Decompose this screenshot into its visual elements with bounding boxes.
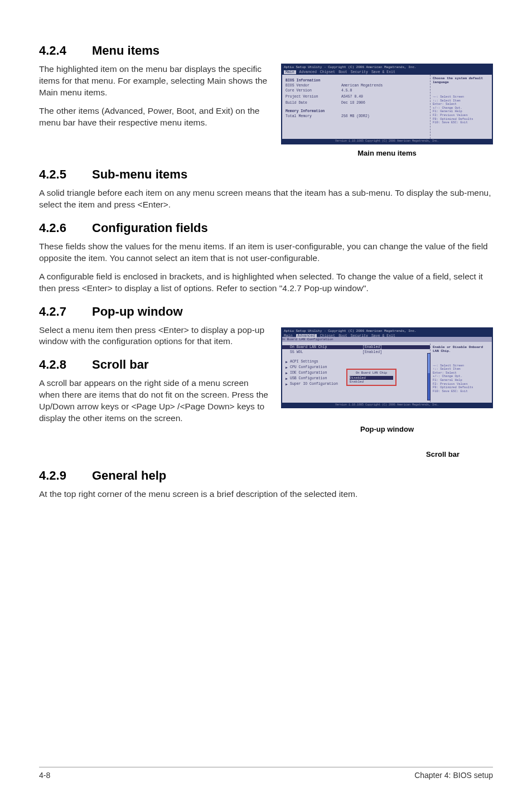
bios-screenshot-popup: Aptio Setup Utility - Copyright (C) 2006… xyxy=(281,327,493,408)
bios-item: On Board LAN Chip xyxy=(290,345,362,349)
bios-help-text: Enable or Disable Onboard LAN Chip. xyxy=(433,345,490,353)
section-title: Menu items xyxy=(92,44,159,57)
bios-screenshot-main: Aptio Setup Utility - Copyright (C) 2006… xyxy=(281,64,493,144)
paragraph: A scroll bar appears on the right side o… xyxy=(39,378,270,424)
popup-option: Disabled xyxy=(350,376,393,380)
bios-section: Memory Information xyxy=(286,109,427,113)
bios-help-text: Choose the system default language xyxy=(433,76,490,84)
bios-value: 256 MB (DDR2) xyxy=(341,114,427,118)
bios-section: BIOS Information xyxy=(286,79,427,83)
bios-item: IDE Configuration xyxy=(290,371,327,375)
section-title: General help xyxy=(92,468,166,482)
bios-titlebar: Aptio Setup Utility - Copyright (C) 2006… xyxy=(282,65,492,70)
heading-config-fields: 4.2.6Configuration fields xyxy=(39,221,493,235)
bios-item: S5 WOL xyxy=(290,350,362,354)
bios-item: ACPI Settings xyxy=(290,360,318,364)
callout-popup: Pop-up window xyxy=(281,425,493,433)
bios-item-value: [Enabled] xyxy=(362,350,427,354)
bios-value: American Megatrends xyxy=(341,84,427,88)
bios-item: CPU Configuration xyxy=(290,365,327,370)
bios-item: USB Configuration xyxy=(290,376,327,381)
bios-menubar: Main Advanced Chipset Boot Security Save… xyxy=(282,70,492,75)
bios-label: BIOS Vendor xyxy=(286,84,341,88)
bios-value: Dec 18 2006 xyxy=(341,101,427,105)
bios-tab: Save & Exit xyxy=(371,70,395,74)
section-number: 4.2.7 xyxy=(39,305,92,319)
heading-scrollbar: 4.2.8Scroll bar xyxy=(39,357,270,372)
paragraph: The other items (Advanced, Power, Boot, … xyxy=(39,105,270,129)
paragraph: A solid triangle before each item on any… xyxy=(39,187,493,211)
section-title: Sub-menu items xyxy=(92,167,187,181)
scrollbar xyxy=(427,353,431,400)
triangle-icon: ▶ xyxy=(286,371,290,375)
chapter-label: Chapter 4: BIOS setup xyxy=(414,771,493,780)
section-title: Configuration fields xyxy=(92,221,208,235)
section-number: 4.2.5 xyxy=(39,167,92,182)
bios-tab: Advanced xyxy=(299,70,317,74)
bios-item-value: [Enabled] xyxy=(362,345,427,349)
bios-label: Build Date xyxy=(286,101,341,105)
page-number: 4-8 xyxy=(39,771,50,780)
section-number: 4.2.4 xyxy=(39,44,92,58)
heading-popup: 4.2.7Pop-up window xyxy=(39,305,493,319)
bios-value: AS457 0.49 xyxy=(341,95,427,99)
popup-window: On Board LAN Chip Disabled Enabled xyxy=(346,369,396,386)
triangle-icon: ▶ xyxy=(286,365,290,370)
bios-tab: Save & Exit xyxy=(371,334,395,338)
triangle-icon: ▶ xyxy=(286,382,290,386)
figure-caption: Main menu items xyxy=(281,149,493,157)
triangle-icon: ▶ xyxy=(286,376,290,381)
heading-menu-items: 4.2.4Menu items xyxy=(39,44,493,58)
section-number: 4.2.9 xyxy=(39,468,92,483)
paragraph: A configurable field is enclosed in brac… xyxy=(39,271,493,294)
bios-label: Core Version xyxy=(286,89,341,93)
popup-option: Enabled xyxy=(350,380,393,384)
bios-label: Project Version xyxy=(286,95,341,99)
paragraph: Select a menu item then press <Enter> to… xyxy=(39,325,270,348)
bios-tab: Security xyxy=(351,334,368,338)
bios-footer: Version 1.10.1085 Copyright (C) 2006 Ame… xyxy=(282,139,492,143)
section-number: 4.2.8 xyxy=(39,357,92,372)
bios-footer: Version 1.10.1085 Copyright (C) 2006 Ame… xyxy=(282,403,492,407)
bios-tab: Boot xyxy=(338,70,347,74)
bios-tab-main: Main xyxy=(284,70,296,74)
paragraph: The highlighted item on the menu bar dis… xyxy=(39,64,270,99)
callout-scrollbar: Scroll bar xyxy=(281,450,493,458)
paragraph: These fields show the values for the men… xyxy=(39,241,493,264)
heading-submenu: 4.2.5Sub-menu items xyxy=(39,167,493,182)
triangle-icon: ▶ xyxy=(286,360,290,364)
paragraph: At the top right corner of the menu scre… xyxy=(39,489,493,500)
popup-title: On Board LAN Chip xyxy=(350,371,393,375)
section-title: Pop-up window xyxy=(92,305,183,318)
bios-tab: Boot xyxy=(338,334,347,338)
bios-value: 4.5.0 xyxy=(341,89,427,93)
heading-general-help: 4.2.9General help xyxy=(39,468,493,483)
scrollbar-thumb xyxy=(428,354,430,373)
section-number: 4.2.6 xyxy=(39,221,92,235)
section-title: Scroll bar xyxy=(92,357,148,371)
page-footer: 4-8 Chapter 4: BIOS setup xyxy=(39,767,493,780)
bios-titlebar: Aptio Setup Utility - Copyright (C) 2006… xyxy=(282,328,492,334)
bios-tab: Chipset xyxy=(320,70,335,74)
bios-label: Total Memory xyxy=(286,114,341,118)
bios-tab: Security xyxy=(351,70,368,74)
bios-help-keys: →←: Select Screen ↑↓: Select Item Enter:… xyxy=(433,364,490,394)
bios-item: Super IO Configuration xyxy=(290,382,338,386)
bios-help-keys: →←: Select Screen ↑↓: Select Item Enter:… xyxy=(433,95,490,125)
